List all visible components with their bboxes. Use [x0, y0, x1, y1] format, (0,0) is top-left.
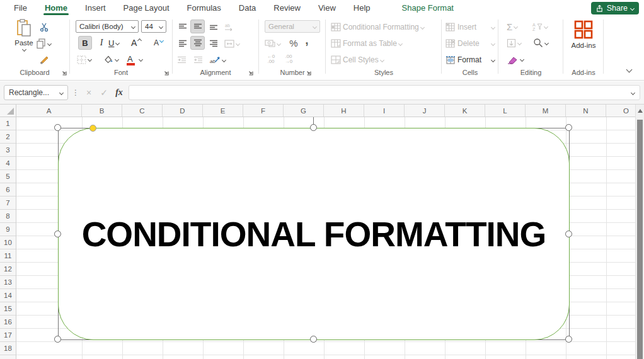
cell-styles-button[interactable]: Cell Styles: [331, 53, 384, 67]
name-box-resize-dots-icon[interactable]: ⋮: [72, 86, 77, 99]
enter-button[interactable]: ✓: [97, 85, 111, 100]
number-dialog-launcher[interactable]: [305, 69, 312, 76]
cut-button[interactable]: [39, 20, 49, 34]
scrollbar-thumb[interactable]: [637, 120, 643, 359]
find-select-button[interactable]: [533, 36, 548, 50]
vertical-scrollbar[interactable]: [635, 105, 644, 359]
row-header-3[interactable]: 3: [0, 144, 16, 157]
conditional-formatting-button[interactable]: Conditional Formatting: [331, 20, 424, 34]
menu-tab-shape-format[interactable]: Shape Format: [393, 1, 463, 16]
borders-button[interactable]: [77, 52, 91, 66]
resize-handle-w[interactable]: [54, 231, 61, 237]
font-dialog-launcher[interactable]: [163, 69, 170, 76]
formula-input[interactable]: [129, 85, 640, 100]
column-header-D[interactable]: D: [163, 105, 203, 117]
column-header-M[interactable]: M: [526, 105, 566, 117]
comma-style-button[interactable]: ,: [302, 33, 311, 47]
resize-handle-ne[interactable]: [565, 124, 572, 131]
column-header-C[interactable]: C: [122, 105, 163, 117]
align-bottom-button[interactable]: [207, 20, 221, 34]
font-color-button[interactable]: A: [127, 52, 142, 66]
column-header-N[interactable]: N: [566, 105, 606, 117]
column-header-A[interactable]: A: [16, 105, 82, 117]
column-header-F[interactable]: F: [243, 105, 284, 117]
insert-cells-button[interactable]: Insert: [446, 20, 495, 34]
share-button[interactable]: Share: [591, 2, 639, 14]
adjust-handle[interactable]: [89, 125, 96, 132]
row-header-17[interactable]: 17: [0, 329, 16, 342]
collapse-ribbon-chevron-icon[interactable]: [626, 67, 633, 73]
column-header-H[interactable]: H: [324, 105, 364, 117]
format-painter-button[interactable]: [39, 53, 50, 67]
column-header-K[interactable]: K: [445, 105, 485, 117]
column-header-J[interactable]: J: [405, 105, 445, 117]
shrink-font-button[interactable]: A: [154, 36, 163, 50]
row-header-10[interactable]: 10: [0, 236, 16, 249]
copy-button[interactable]: [36, 37, 51, 50]
number-format-combo[interactable]: General: [265, 20, 320, 33]
resize-handle-s[interactable]: [310, 336, 317, 343]
menu-tab-formulas[interactable]: Formulas: [178, 1, 230, 16]
select-all-corner[interactable]: [0, 105, 16, 117]
row-header-13[interactable]: 13: [0, 276, 16, 289]
menu-tab-help[interactable]: Help: [345, 1, 379, 16]
delete-cells-button[interactable]: Delete: [446, 37, 495, 50]
autosum-button[interactable]: Σ: [507, 20, 517, 33]
scroll-up-arrow-icon[interactable]: [638, 109, 643, 113]
format-cells-button[interactable]: Format: [446, 53, 495, 67]
resize-handle-n[interactable]: [310, 124, 317, 131]
accounting-format-button[interactable]: [265, 37, 280, 50]
align-right-button[interactable]: [207, 37, 221, 50]
row-header-11[interactable]: 11: [0, 249, 16, 263]
orientation-button[interactable]: ab: [209, 53, 226, 67]
row-header-1[interactable]: 1: [0, 117, 16, 130]
underline-button[interactable]: U: [108, 36, 119, 50]
align-top-button[interactable]: [176, 20, 190, 34]
menu-tab-data[interactable]: Data: [230, 1, 265, 16]
column-header-E[interactable]: E: [203, 105, 243, 117]
row-header-9[interactable]: 9: [0, 223, 16, 236]
resize-handle-se[interactable]: [565, 336, 572, 343]
increase-decimal-button[interactable]: ←0 .00: [263, 52, 279, 66]
addins-button[interactable]: Add-ins: [569, 19, 598, 49]
fill-color-button[interactable]: [103, 52, 118, 66]
row-header-7[interactable]: 7: [0, 197, 16, 210]
menu-tab-view[interactable]: View: [309, 1, 345, 16]
align-middle-button[interactable]: [190, 20, 205, 33]
increase-indent-button[interactable]: [192, 53, 205, 67]
clear-button[interactable]: [507, 52, 524, 66]
fill-button[interactable]: [507, 36, 521, 50]
decrease-decimal-button[interactable]: .00 →0: [281, 52, 296, 66]
column-header-I[interactable]: I: [364, 105, 405, 117]
menu-tab-insert[interactable]: Insert: [76, 1, 115, 16]
name-box[interactable]: Rectangle...: [4, 85, 68, 100]
row-header-16[interactable]: 16: [0, 316, 16, 329]
row-header-15[interactable]: 15: [0, 302, 16, 316]
row-header-14[interactable]: 14: [0, 289, 16, 302]
alignment-dialog-launcher[interactable]: [247, 69, 254, 76]
row-header-8[interactable]: 8: [0, 210, 16, 223]
column-header-G[interactable]: G: [284, 105, 324, 117]
row-header-18[interactable]: 18: [0, 342, 16, 355]
clipboard-dialog-launcher[interactable]: [60, 69, 67, 76]
sort-filter-button[interactable]: AZ: [532, 20, 548, 33]
decrease-indent-button[interactable]: [175, 53, 188, 67]
resize-handle-e[interactable]: [565, 231, 572, 237]
font-size-combo[interactable]: 44: [141, 20, 166, 33]
align-left-button[interactable]: [176, 37, 190, 50]
row-header-12[interactable]: 12: [0, 263, 16, 276]
cancel-button[interactable]: ×: [82, 85, 96, 100]
row-header-4[interactable]: 4: [0, 157, 16, 170]
align-center-button[interactable]: [190, 36, 205, 50]
resize-handle-sw[interactable]: [54, 336, 61, 343]
italic-button[interactable]: I: [96, 36, 107, 50]
row-header-5[interactable]: 5: [0, 170, 16, 183]
rounded-rectangle-shape[interactable]: CONDITIONAL FORMATTING: [58, 128, 570, 340]
row-header-2[interactable]: 2: [0, 130, 16, 144]
format-as-table-button[interactable]: Format as Table: [331, 37, 402, 50]
menu-tab-home[interactable]: Home: [36, 1, 76, 16]
menu-tab-file[interactable]: File: [5, 1, 36, 16]
bold-button[interactable]: B: [78, 36, 92, 50]
menu-tab-page-layout[interactable]: Page Layout: [115, 1, 178, 16]
column-header-B[interactable]: B: [82, 105, 122, 117]
